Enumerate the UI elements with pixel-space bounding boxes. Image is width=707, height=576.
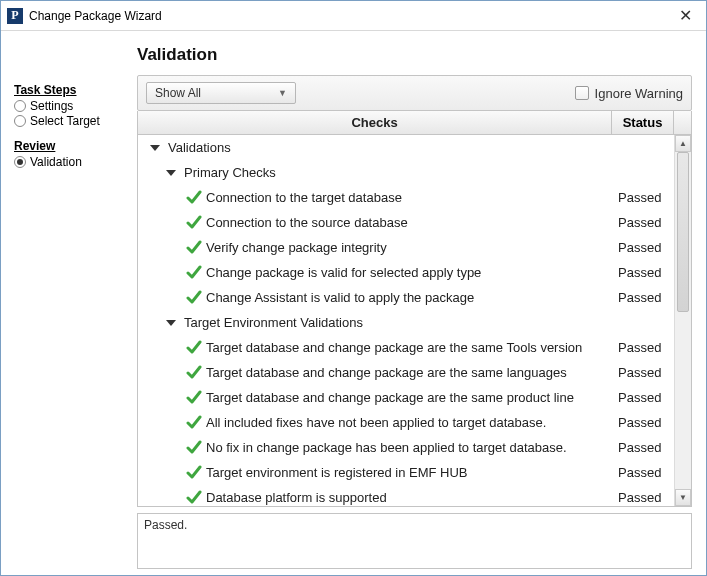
tree-row[interactable]: Database platform is supportedPassed [138, 485, 674, 506]
row-status: Passed [612, 290, 674, 305]
tree-row[interactable]: Validations [138, 135, 674, 160]
radio-icon [14, 100, 26, 112]
row-status: Passed [612, 390, 674, 405]
ignore-warning-label: Ignore Warning [595, 86, 683, 101]
close-icon[interactable]: ✕ [671, 6, 700, 25]
row-label: Connection to the source database [206, 215, 408, 230]
check-icon [186, 190, 202, 206]
sidebar-item-label: Validation [30, 155, 82, 169]
row-status: Passed [612, 415, 674, 430]
tree-row[interactable]: No fix in change package has been applie… [138, 435, 674, 460]
check-icon [186, 415, 202, 431]
sidebar-item-validation[interactable]: Validation [14, 155, 129, 169]
check-icon [186, 240, 202, 256]
filter-dropdown-label: Show All [155, 86, 201, 100]
sidebar-item-label: Settings [30, 99, 73, 113]
tree-row[interactable]: Verify change package integrityPassed [138, 235, 674, 260]
check-icon [186, 490, 202, 506]
row-status: Passed [612, 340, 674, 355]
window-title: Change Package Wizard [29, 9, 162, 23]
expand-caret-icon[interactable] [166, 170, 176, 176]
ignore-warning-checkbox[interactable] [575, 86, 589, 100]
tree-row[interactable]: Target Environment Validations [138, 310, 674, 335]
validation-grid: Checks Status ValidationsPrimary ChecksC… [137, 111, 692, 507]
status-box: Passed. [137, 513, 692, 569]
tree-row[interactable]: Target database and change package are t… [138, 335, 674, 360]
row-label: Database platform is supported [206, 490, 387, 505]
row-label: No fix in change package has been applie… [206, 440, 567, 455]
tree-row[interactable]: Connection to the source databasePassed [138, 210, 674, 235]
titlebar: P Change Package Wizard ✕ [1, 1, 706, 31]
status-text: Passed. [144, 518, 187, 532]
tree-row[interactable]: Target environment is registered in EMF … [138, 460, 674, 485]
app-icon: P [7, 8, 23, 24]
page-title: Validation [137, 45, 692, 65]
scroll-down-icon[interactable]: ▼ [675, 489, 691, 506]
check-icon [186, 465, 202, 481]
row-label: Target database and change package are t… [206, 390, 574, 405]
tree-row[interactable]: Target database and change package are t… [138, 385, 674, 410]
scroll-up-icon[interactable]: ▲ [675, 135, 691, 152]
tree-row[interactable]: All included fixes have not been applied… [138, 410, 674, 435]
row-status: Passed [612, 190, 674, 205]
row-status: Passed [612, 240, 674, 255]
check-icon [186, 265, 202, 281]
column-header-checks[interactable]: Checks [138, 111, 612, 134]
tree-row[interactable]: Change Assistant is valid to apply the p… [138, 285, 674, 310]
row-label: Primary Checks [184, 165, 276, 180]
row-status: Passed [612, 365, 674, 380]
sidebar-item-label: Select Target [30, 114, 100, 128]
tree-row[interactable]: Primary Checks [138, 160, 674, 185]
row-status: Passed [612, 215, 674, 230]
row-label: Verify change package integrity [206, 240, 387, 255]
column-header-scroll [674, 111, 691, 134]
sidebar-item-settings[interactable]: Settings [14, 99, 129, 113]
chevron-down-icon: ▼ [278, 88, 287, 98]
expand-caret-icon[interactable] [166, 320, 176, 326]
row-label: Target environment is registered in EMF … [206, 465, 468, 480]
scroll-thumb[interactable] [677, 152, 689, 312]
tree-row[interactable]: Target database and change package are t… [138, 360, 674, 385]
sidebar-heading-review: Review [14, 139, 129, 153]
radio-icon [14, 115, 26, 127]
row-label: Change package is valid for selected app… [206, 265, 481, 280]
check-icon [186, 440, 202, 456]
row-status: Passed [612, 265, 674, 280]
tree-row[interactable]: Connection to the target databasePassed [138, 185, 674, 210]
sidebar-heading-task-steps: Task Steps [14, 83, 129, 97]
row-label: Target database and change package are t… [206, 365, 567, 380]
row-label: Connection to the target database [206, 190, 402, 205]
check-icon [186, 290, 202, 306]
check-icon [186, 365, 202, 381]
row-label: Validations [168, 140, 231, 155]
column-header-status[interactable]: Status [612, 111, 674, 134]
row-status: Passed [612, 465, 674, 480]
check-icon [186, 215, 202, 231]
toolbar: Show All ▼ Ignore Warning [137, 75, 692, 111]
check-icon [186, 390, 202, 406]
row-label: Change Assistant is valid to apply the p… [206, 290, 474, 305]
expand-caret-icon[interactable] [150, 145, 160, 151]
sidebar-item-select-target[interactable]: Select Target [14, 114, 129, 128]
tree-row[interactable]: Change package is valid for selected app… [138, 260, 674, 285]
radio-icon [14, 156, 26, 168]
sidebar: Task Steps Settings Select Target Review… [1, 31, 137, 575]
grid-header: Checks Status [138, 111, 691, 135]
vertical-scrollbar[interactable]: ▲ ▼ [674, 135, 691, 506]
row-status: Passed [612, 440, 674, 455]
row-status: Passed [612, 490, 674, 505]
row-label: Target database and change package are t… [206, 340, 582, 355]
filter-dropdown[interactable]: Show All ▼ [146, 82, 296, 104]
check-icon [186, 340, 202, 356]
grid-rows: ValidationsPrimary ChecksConnection to t… [138, 135, 674, 506]
main-panel: Validation Show All ▼ Ignore Warning Che… [137, 31, 706, 575]
row-label: All included fixes have not been applied… [206, 415, 546, 430]
row-label: Target Environment Validations [184, 315, 363, 330]
window-frame: P Change Package Wizard ✕ Task Steps Set… [0, 0, 707, 576]
